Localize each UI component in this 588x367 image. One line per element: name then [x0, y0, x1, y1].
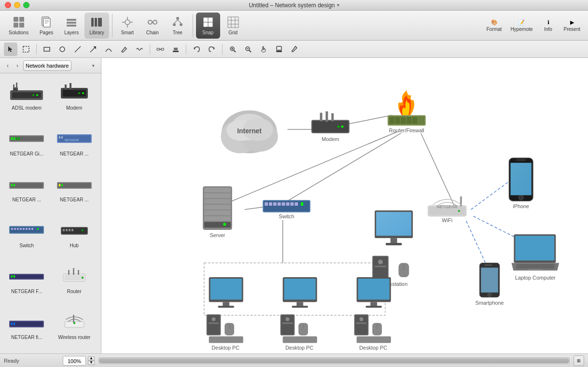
svg-rect-112 [64, 275, 84, 281]
chain-label: Chain [146, 30, 159, 35]
sidebar-item-modem[interactable]: Modem [52, 77, 98, 120]
toolbar-info[interactable]: ℹ Info [538, 13, 559, 39]
svg-point-69 [78, 92, 80, 94]
svg-rect-120 [14, 323, 15, 325]
scrollbar-thumb[interactable] [99, 358, 569, 363]
svg-rect-99 [37, 228, 39, 230]
zoom-value[interactable]: 100% [63, 356, 86, 366]
rect-tool[interactable] [40, 42, 54, 56]
toolbar-library[interactable]: Library [84, 13, 109, 39]
sidebar-nav-next[interactable]: › [14, 62, 21, 70]
titlebar: Untitled – Network system design ▾ [0, 0, 588, 11]
sidebar-item-netgear-2[interactable]: NETGEAR ... [4, 169, 50, 212]
toolbar-smart[interactable]: Smart [115, 13, 140, 39]
svg-rect-170 [265, 202, 268, 206]
svg-rect-82 [10, 183, 43, 188]
toolbar-tree[interactable]: Tree [166, 13, 190, 39]
laptop-node: Laptop Computer [511, 234, 559, 281]
svg-text:Laptop Computer: Laptop Computer [515, 275, 556, 281]
svg-rect-74 [16, 137, 17, 140]
toolbar-hypernote[interactable]: 📝 Hypernote [506, 13, 536, 39]
svg-rect-145 [326, 112, 328, 122]
sidebar-item-wireless-router[interactable]: Wireless router [52, 307, 98, 350]
zoom-in-tool[interactable] [226, 42, 239, 56]
toolbar-layers[interactable]: Layers [59, 13, 84, 39]
snap-label: Snap [202, 30, 213, 35]
select-tool[interactable] [19, 42, 33, 56]
sidebar-item-adsl-modem[interactable]: ADSL modem [4, 77, 50, 120]
pen-tool[interactable] [117, 42, 131, 56]
minimize-button[interactable] [14, 2, 20, 8]
toolbar-solutions[interactable]: Solutions [4, 13, 33, 39]
main-toolbar: Solutions Pages Layers [0, 11, 588, 41]
redo-tool[interactable] [205, 42, 219, 56]
svg-rect-28 [204, 18, 208, 22]
svg-rect-118 [10, 322, 43, 326]
connector-tool[interactable] [154, 42, 167, 56]
svg-rect-105 [71, 229, 73, 231]
svg-rect-86 [58, 183, 91, 188]
svg-rect-0 [14, 17, 18, 22]
svg-rect-91 [11, 228, 13, 230]
sidebar-nav-prev[interactable]: ‹ [4, 62, 12, 70]
curve-tool[interactable] [102, 42, 115, 56]
line-tool[interactable] [71, 42, 84, 56]
cursor-tool[interactable] [4, 42, 17, 56]
sidebar-item-netgear-3[interactable]: NETGEAR ... [52, 169, 98, 212]
svg-rect-173 [278, 202, 281, 206]
toolbar-pages[interactable]: Pages [34, 13, 58, 39]
zoom-decrement-button[interactable]: ▼ [88, 361, 95, 365]
svg-point-20 [148, 20, 152, 24]
zoom-stepper: ▲ ▼ [88, 356, 95, 365]
svg-rect-84 [14, 184, 15, 186]
arrow-tool[interactable] [86, 42, 100, 56]
svg-rect-5 [43, 18, 50, 27]
edit-tool[interactable] [169, 42, 182, 56]
horizontal-scrollbar[interactable] [98, 357, 570, 364]
svg-text:Server: Server [210, 232, 225, 238]
maximize-button[interactable] [23, 2, 29, 8]
freehand-tool[interactable] [133, 42, 146, 56]
sidebar-item-netgear-1[interactable]: NETGEAR NETGEAR ... [52, 123, 98, 166]
toolbar-format[interactable]: 🎨 Format [483, 13, 506, 39]
svg-rect-122 [73, 315, 74, 323]
grid-fit-button[interactable]: ⊞ [574, 355, 584, 366]
sidebar-item-netgear-gi[interactable]: NETGEAR Gi... [4, 123, 50, 166]
stamp-tool[interactable] [272, 42, 286, 56]
svg-point-148 [337, 126, 340, 128]
svg-text:Modem: Modem [322, 136, 339, 142]
sidebar-item-router[interactable]: Router [52, 261, 98, 304]
grid-label: Grid [228, 30, 238, 35]
modem-sidebar-icon [55, 79, 94, 104]
svg-rect-175 [286, 202, 290, 206]
sidebar-item-hub[interactable]: Hub [52, 215, 98, 258]
svg-rect-95 [23, 228, 25, 230]
netgear-gi-label: NETGEAR Gi... [10, 151, 43, 156]
svg-point-15 [125, 20, 130, 25]
sidebar-item-netgear-fi[interactable]: NETGEAR fi... [4, 307, 50, 350]
svg-rect-154 [401, 117, 406, 124]
toolbar-snap[interactable]: Snap [196, 13, 220, 39]
sidebar-item-netgear-f[interactable]: NETGEAR F... [4, 261, 50, 304]
svg-rect-97 [28, 228, 30, 230]
svg-point-166 [223, 223, 226, 226]
close-button[interactable] [5, 2, 11, 8]
hub-label: Hub [70, 243, 79, 248]
title-dropdown-icon[interactable]: ▾ [337, 2, 339, 8]
netgear-f-icon [7, 263, 46, 288]
title-text: Untitled – Network system design ▾ [249, 2, 339, 9]
sidebar-category-select[interactable]: Network hardware [23, 60, 71, 71]
toolbar-chain[interactable]: Chain [140, 13, 165, 39]
hand-tool[interactable] [257, 42, 270, 56]
svg-rect-47 [174, 49, 178, 50]
undo-tool[interactable] [190, 42, 203, 56]
toolbar-grid[interactable]: Grid [221, 13, 245, 39]
eyedrop-tool[interactable] [288, 42, 301, 56]
zoom-out-tool[interactable] [241, 42, 255, 56]
tool-sep4 [222, 44, 223, 55]
canvas-area[interactable]: Internet Modem [101, 58, 588, 353]
svg-point-212 [488, 293, 491, 297]
circle-tool[interactable] [56, 42, 69, 56]
sidebar-item-switch[interactable]: Switch [4, 215, 50, 258]
toolbar-present[interactable]: ▶ Present [560, 13, 584, 39]
